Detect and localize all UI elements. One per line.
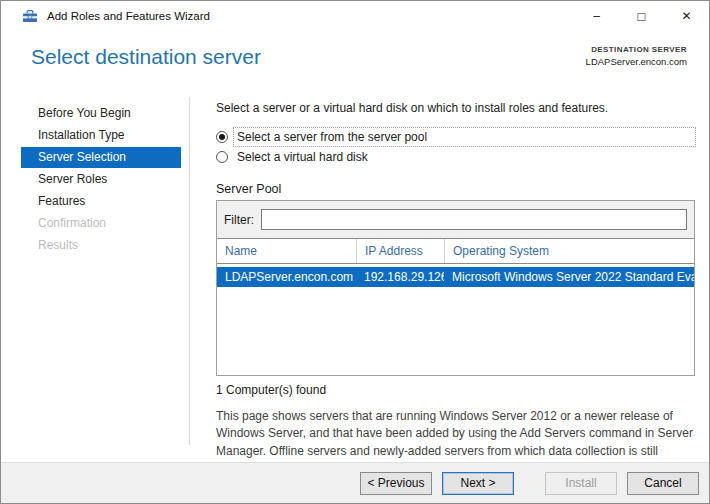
filter-row: Filter:	[217, 201, 694, 238]
radio-row-virtual-hard-disk[interactable]: Select a virtual hard disk	[216, 147, 695, 167]
sidebar-item-before-you-begin[interactable]: Before You Begin	[21, 103, 181, 124]
filter-label: Filter:	[224, 213, 254, 227]
wizard-body: Before You Begin Installation Type Serve…	[1, 89, 709, 478]
filter-input[interactable]	[261, 209, 687, 230]
column-header-operating-system[interactable]: Operating System	[444, 239, 694, 263]
previous-button[interactable]: < Previous	[360, 472, 432, 495]
destination-server-name: LDAPServer.encon.com	[586, 56, 687, 67]
radio-selected-icon[interactable]	[216, 131, 228, 143]
minimize-icon[interactable]: –	[574, 1, 619, 31]
wizard-header: Select destination server DESTINATION SE…	[1, 31, 709, 89]
wizard-nav: Before You Begin Installation Type Serve…	[21, 93, 181, 445]
sidebar-divider	[189, 97, 216, 445]
page-title: Select destination server	[31, 45, 261, 89]
radio-label-server-pool[interactable]: Select a server from the server pool	[234, 128, 695, 146]
window-title: Add Roles and Features Wizard	[47, 10, 210, 22]
cell-operating-system: Microsoft Windows Server 2022 Standard E…	[444, 270, 694, 284]
title-bar: Add Roles and Features Wizard – □ ✕	[1, 1, 709, 31]
next-button[interactable]: Next >	[442, 472, 514, 495]
table-row[interactable]: LDAPServer.encon.com 192.168.29.126 Micr…	[217, 267, 694, 287]
computer-count-text: 1 Computer(s) found	[216, 383, 695, 397]
toolbox-app-icon	[22, 8, 38, 24]
table-header-row: Name IP Address Operating System	[217, 239, 694, 264]
sidebar-item-results: Results	[21, 235, 181, 256]
wizard-window: Add Roles and Features Wizard – □ ✕ Sele…	[0, 0, 710, 504]
server-pool-panel: Filter: Name IP Address Operating System…	[216, 200, 695, 376]
footer-bar: < Previous Next > Install Cancel	[1, 462, 709, 503]
sidebar-item-server-selection[interactable]: Server Selection	[21, 147, 181, 168]
cell-ip-address: 192.168.29.126	[356, 270, 444, 284]
destination-block: DESTINATION SERVER LDAPServer.encon.com	[586, 39, 687, 89]
close-icon[interactable]: ✕	[664, 1, 709, 31]
destination-label: DESTINATION SERVER	[586, 45, 687, 54]
sidebar-item-installation-type[interactable]: Installation Type	[21, 125, 181, 146]
main-content: Select a server or a virtual hard disk o…	[216, 93, 695, 478]
column-header-ip-address[interactable]: IP Address	[356, 239, 444, 263]
cancel-button[interactable]: Cancel	[627, 472, 699, 495]
maximize-icon[interactable]: □	[619, 1, 664, 31]
window-controls: – □ ✕	[574, 1, 709, 31]
server-pool-heading: Server Pool	[216, 182, 695, 196]
cell-server-name: LDAPServer.encon.com	[217, 270, 356, 284]
instruction-text: Select a server or a virtual hard disk o…	[216, 101, 695, 115]
table-body: LDAPServer.encon.com 192.168.29.126 Micr…	[217, 264, 694, 375]
radio-unselected-icon[interactable]	[216, 151, 228, 163]
radio-label-virtual-hard-disk[interactable]: Select a virtual hard disk	[234, 148, 371, 166]
sidebar-item-confirmation: Confirmation	[21, 213, 181, 234]
install-button: Install	[545, 472, 617, 495]
sidebar-item-features[interactable]: Features	[21, 191, 181, 212]
column-header-name[interactable]: Name	[217, 239, 356, 263]
radio-row-server-pool[interactable]: Select a server from the server pool	[216, 127, 695, 147]
server-table: Name IP Address Operating System LDAPSer…	[217, 238, 694, 375]
sidebar-item-server-roles[interactable]: Server Roles	[21, 169, 181, 190]
